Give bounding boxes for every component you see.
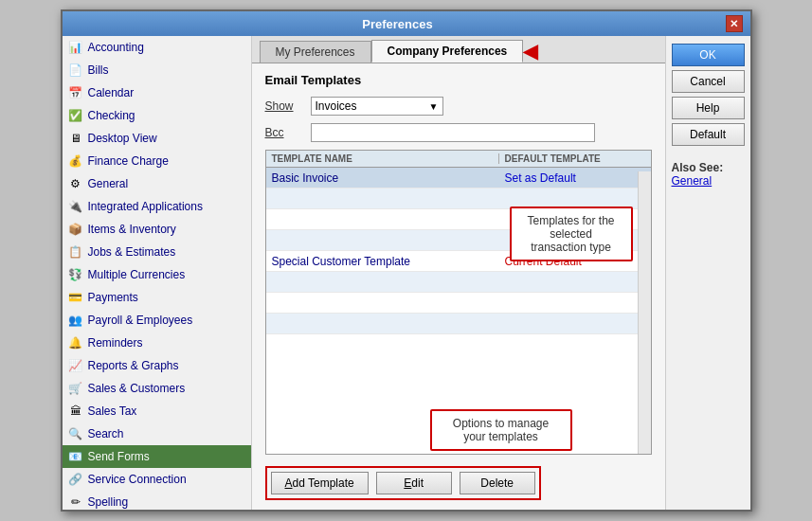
sidebar-label-finance: Finance Charge [88,154,169,168]
sidebar-item-checking[interactable]: ✅ Checking [63,104,251,127]
sidebar-item-jobs[interactable]: 📋 Jobs & Estimates [63,241,251,263]
sidebar-item-sales[interactable]: 🛒 Sales & Customers [63,377,251,400]
dropdown-arrow-icon: ▼ [429,101,439,112]
buttons-section: Options to manage your templates Add Tem… [265,466,652,500]
content-panel: Email Templates Show Invoices ▼ Bcc [252,63,665,510]
integrated-icon: 🔌 [68,199,83,214]
sidebar-item-items[interactable]: 📦 Items & Inventory [63,218,251,241]
checking-icon: ✅ [68,108,83,123]
salestax-icon: 🏛 [68,404,83,419]
buttons-red-border: Add Template Edit Delete [265,466,541,500]
also-see-label: Also See: [672,161,745,174]
sidebar-label-checking: Checking [88,109,135,122]
table-row-empty [266,314,651,334]
desktop-icon: 🖥 [68,131,83,146]
also-see-section: Also See: General [672,161,745,188]
spelling-icon: ✏ [68,494,83,510]
sidebar-item-service[interactable]: 🔗 Service Connection [63,468,251,491]
tab-my-preferences[interactable]: My Preferences [260,41,371,63]
col-template-name: TEMPLATE NAME [266,153,499,164]
service-icon: 🔗 [68,472,83,487]
sidebar-label-search: Search [88,427,124,440]
default-button[interactable]: Default [672,123,745,146]
dialog-body: 📊 Accounting 📄 Bills 📅 Calendar ✅ Checki… [63,36,750,510]
table-row-empty [266,230,651,251]
sidebar-label-integrated: Integrated Applications [88,200,203,213]
cell-default-status[interactable]: Current Default [499,253,651,270]
sidebar: 📊 Accounting 📄 Bills 📅 Calendar ✅ Checki… [63,36,252,510]
general-icon: ⚙ [68,176,83,191]
sidebar-label-accounting: Accounting [88,41,144,54]
accounting-icon: 📊 [68,40,83,55]
edit-button[interactable]: Edit [376,472,452,494]
sales-icon: 🛒 [68,381,83,396]
sidebar-item-payments[interactable]: 💳 Payments [63,286,251,309]
table-body: Basic Invoice Set as Default Special Cus… [266,168,651,454]
sidebar-label-payroll: Payroll & Employees [88,314,193,327]
sidebar-item-finance[interactable]: 💰 Finance Charge [63,150,251,172]
bcc-input[interactable] [311,123,595,142]
payments-icon: 💳 [68,290,83,305]
sidebar-item-accounting[interactable]: 📊 Accounting [63,36,251,59]
table-row[interactable]: Special Customer Template Current Defaul… [266,251,651,272]
help-button[interactable]: Help [672,97,745,119]
cancel-button[interactable]: Cancel [672,70,745,93]
show-label: Show [265,99,303,113]
general-link[interactable]: General [672,174,745,188]
sidebar-label-reminders: Reminders [88,336,143,350]
tabs-bar: My Preferences Company Preferences ◀ [252,36,665,63]
template-table: TEMPLATE NAME DEFAULT TEMPLATE Basic Inv… [265,150,652,455]
jobs-icon: 📋 [68,244,83,260]
cell-template-name: Basic Invoice [266,170,499,187]
sidebar-label-service: Service Connection [88,473,187,486]
sidebar-item-general[interactable]: ⚙ General [63,172,251,195]
table-row[interactable]: Basic Invoice Set as Default [266,168,651,189]
bcc-row: Bcc [265,123,652,142]
sidebar-item-reminders[interactable]: 🔔 Reminders [63,332,251,354]
reminders-icon: 🔔 [68,335,83,350]
sidebar-label-general: General [88,177,129,190]
bills-icon: 📄 [68,63,83,78]
sidebar-item-integrated[interactable]: 🔌 Integrated Applications [63,195,251,218]
sidebar-label-payments: Payments [88,291,138,304]
sidebar-label-desktop: Desktop View [88,132,157,145]
sidebar-label-bills: Bills [88,63,109,77]
sidebar-item-sendforms[interactable]: 📧 Send Forms [63,445,251,468]
sidebar-item-payroll[interactable]: 👥 Payroll & Employees [63,309,251,332]
sidebar-item-currencies[interactable]: 💱 Multiple Currencies [63,263,251,286]
search-icon: 🔍 [68,426,83,441]
items-icon: 📦 [68,222,83,237]
sidebar-label-sales: Sales & Customers [88,382,186,395]
show-dropdown[interactable]: Invoices ▼ [311,97,443,116]
title-bar: Preferences ✕ [63,11,750,36]
sidebar-item-salestax[interactable]: 🏛 Sales Tax [63,400,251,422]
sidebar-item-desktop[interactable]: 🖥 Desktop View [63,127,251,150]
right-panel: OK Cancel Help Default Also See: General [665,36,750,510]
sendforms-icon: 📧 [68,449,83,464]
table-row-empty [266,209,651,230]
sidebar-item-calendar[interactable]: 📅 Calendar [63,81,251,104]
calendar-icon: 📅 [68,85,83,100]
dialog-title: Preferences [70,17,726,31]
tabs-row: My Preferences Company Preferences ◀ [260,40,538,63]
payroll-icon: 👥 [68,313,83,328]
delete-button[interactable]: Delete [460,472,535,494]
sidebar-item-spelling[interactable]: ✏ Spelling [63,491,251,510]
sidebar-item-reports[interactable]: 📈 Reports & Graphs [63,354,251,377]
sidebar-item-search[interactable]: 🔍 Search [63,422,251,445]
ok-button[interactable]: OK [672,44,745,66]
cell-template-name: Special Customer Template [266,253,499,270]
col-default-template: DEFAULT TEMPLATE [499,153,651,164]
tab-company-preferences[interactable]: Company Preferences [371,40,524,63]
preferences-dialog: Preferences ✕ 📊 Accounting 📄 Bills 📅 Cal… [61,9,752,512]
finance-icon: 💰 [68,153,83,169]
add-template-button[interactable]: Add Template [271,472,369,494]
bcc-label: Bcc [265,126,303,139]
sidebar-label-reports: Reports & Graphs [88,359,179,372]
table-scrollbar[interactable] [638,171,651,454]
cell-default-status[interactable]: Set as Default [499,170,651,187]
sidebar-item-bills[interactable]: 📄 Bills [63,59,251,81]
close-button[interactable]: ✕ [726,15,743,32]
sidebar-label-currencies: Multiple Currencies [88,268,186,281]
table-row-empty [266,272,651,293]
